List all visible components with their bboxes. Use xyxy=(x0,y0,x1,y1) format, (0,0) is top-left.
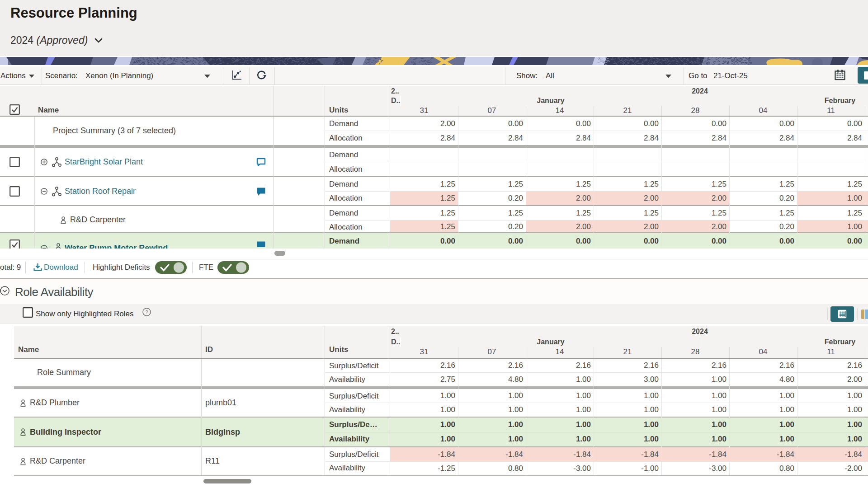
svg-text:?: ? xyxy=(145,310,148,315)
